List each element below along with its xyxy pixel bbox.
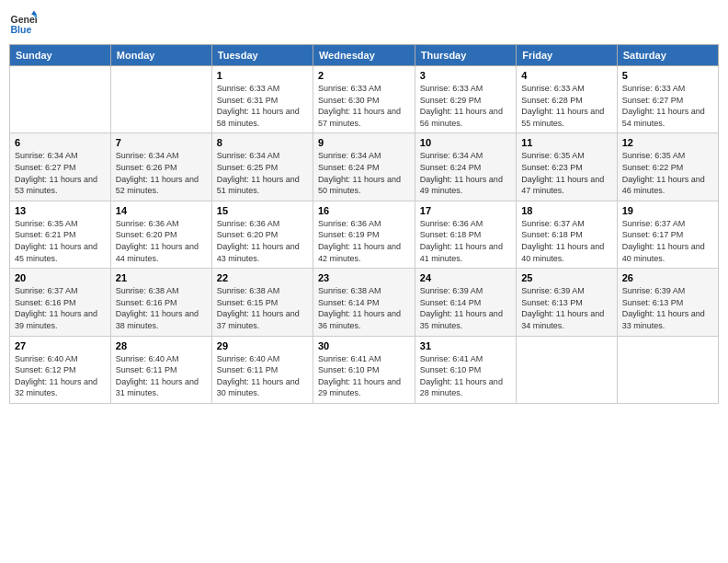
day-number: 16 [318, 205, 410, 216]
calendar-cell: 24 Sunrise: 6:39 AMSunset: 6:14 PMDaylig… [415, 269, 516, 336]
calendar-cell: 14 Sunrise: 6:36 AMSunset: 6:20 PMDaylig… [110, 201, 211, 268]
day-info: Sunrise: 6:39 AMSunset: 6:14 PMDaylight:… [420, 285, 511, 331]
day-number: 13 [15, 205, 106, 216]
day-info: Sunrise: 6:36 AMSunset: 6:18 PMDaylight:… [420, 218, 511, 264]
calendar-cell: 19 Sunrise: 6:37 AMSunset: 6:17 PMDaylig… [617, 201, 718, 268]
calendar-cell: 30 Sunrise: 6:41 AMSunset: 6:10 PMDaylig… [313, 336, 415, 403]
day-number: 30 [318, 340, 410, 351]
day-info: Sunrise: 6:41 AMSunset: 6:10 PMDaylight:… [318, 353, 410, 399]
day-info: Sunrise: 6:38 AMSunset: 6:14 PMDaylight:… [318, 285, 410, 331]
calendar-cell: 10 Sunrise: 6:34 AMSunset: 6:24 PMDaylig… [415, 133, 516, 201]
calendar-cell: 27 Sunrise: 6:40 AMSunset: 6:12 PMDaylig… [10, 336, 111, 403]
day-number: 20 [15, 272, 106, 283]
weekday-header-friday: Friday [517, 45, 618, 66]
calendar-cell: 16 Sunrise: 6:36 AMSunset: 6:19 PMDaylig… [313, 201, 415, 268]
day-number: 18 [521, 205, 612, 216]
calendar-cell [617, 336, 718, 403]
weekday-header-tuesday: Tuesday [211, 45, 313, 66]
day-number: 29 [217, 340, 308, 351]
day-number: 21 [116, 272, 207, 283]
day-number: 15 [217, 205, 308, 216]
day-info: Sunrise: 6:40 AMSunset: 6:11 PMDaylight:… [116, 353, 207, 399]
day-number: 31 [420, 340, 511, 351]
day-number: 5 [622, 70, 713, 81]
day-number: 6 [15, 137, 106, 148]
day-number: 17 [420, 205, 511, 216]
calendar-cell: 6 Sunrise: 6:34 AMSunset: 6:27 PMDayligh… [10, 133, 111, 201]
day-info: Sunrise: 6:34 AMSunset: 6:27 PMDaylight:… [15, 150, 106, 196]
calendar-week-1: 1 Sunrise: 6:33 AMSunset: 6:31 PMDayligh… [10, 66, 719, 133]
weekday-header-monday: Monday [110, 45, 211, 66]
calendar-cell: 9 Sunrise: 6:34 AMSunset: 6:24 PMDayligh… [313, 133, 415, 201]
day-number: 12 [622, 137, 713, 148]
day-number: 4 [521, 70, 612, 81]
day-number: 19 [622, 205, 713, 216]
day-info: Sunrise: 6:41 AMSunset: 6:10 PMDaylight:… [420, 353, 511, 399]
day-info: Sunrise: 6:36 AMSunset: 6:19 PMDaylight:… [318, 218, 410, 264]
calendar-cell [517, 336, 618, 403]
day-number: 28 [116, 340, 207, 351]
day-info: Sunrise: 6:33 AMSunset: 6:28 PMDaylight:… [521, 83, 612, 129]
day-info: Sunrise: 6:34 AMSunset: 6:26 PMDaylight:… [116, 150, 207, 196]
calendar-cell: 8 Sunrise: 6:34 AMSunset: 6:25 PMDayligh… [211, 133, 313, 201]
calendar-cell: 28 Sunrise: 6:40 AMSunset: 6:11 PMDaylig… [110, 336, 211, 403]
day-number: 7 [116, 137, 207, 148]
day-info: Sunrise: 6:34 AMSunset: 6:24 PMDaylight:… [420, 150, 511, 196]
calendar-cell: 23 Sunrise: 6:38 AMSunset: 6:14 PMDaylig… [313, 269, 415, 336]
day-info: Sunrise: 6:35 AMSunset: 6:22 PMDaylight:… [622, 150, 713, 196]
calendar-cell: 22 Sunrise: 6:38 AMSunset: 6:15 PMDaylig… [211, 269, 313, 336]
day-number: 2 [318, 70, 410, 81]
day-info: Sunrise: 6:37 AMSunset: 6:17 PMDaylight:… [622, 218, 713, 264]
weekday-header-thursday: Thursday [415, 45, 516, 66]
weekday-header-sunday: Sunday [10, 45, 111, 66]
logo: General Blue [9, 9, 37, 37]
day-info: Sunrise: 6:34 AMSunset: 6:24 PMDaylight:… [318, 150, 410, 196]
calendar-week-4: 20 Sunrise: 6:37 AMSunset: 6:16 PMDaylig… [10, 269, 719, 336]
calendar-cell: 26 Sunrise: 6:39 AMSunset: 6:13 PMDaylig… [617, 269, 718, 336]
weekday-header-wednesday: Wednesday [313, 45, 415, 66]
day-info: Sunrise: 6:40 AMSunset: 6:11 PMDaylight:… [217, 353, 308, 399]
day-number: 23 [318, 272, 410, 283]
calendar-cell: 18 Sunrise: 6:37 AMSunset: 6:18 PMDaylig… [517, 201, 618, 268]
calendar-cell [110, 66, 211, 133]
day-info: Sunrise: 6:37 AMSunset: 6:18 PMDaylight:… [521, 218, 612, 264]
day-number: 24 [420, 272, 511, 283]
calendar-cell: 15 Sunrise: 6:36 AMSunset: 6:20 PMDaylig… [211, 201, 313, 268]
day-info: Sunrise: 6:37 AMSunset: 6:16 PMDaylight:… [15, 285, 106, 331]
day-info: Sunrise: 6:39 AMSunset: 6:13 PMDaylight:… [521, 285, 612, 331]
calendar-cell: 5 Sunrise: 6:33 AMSunset: 6:27 PMDayligh… [617, 66, 718, 133]
day-info: Sunrise: 6:36 AMSunset: 6:20 PMDaylight:… [217, 218, 308, 264]
day-number: 26 [622, 272, 713, 283]
calendar-cell: 12 Sunrise: 6:35 AMSunset: 6:22 PMDaylig… [617, 133, 718, 201]
day-number: 3 [420, 70, 511, 81]
day-info: Sunrise: 6:38 AMSunset: 6:15 PMDaylight:… [217, 285, 308, 331]
day-info: Sunrise: 6:40 AMSunset: 6:12 PMDaylight:… [15, 353, 106, 399]
calendar-week-2: 6 Sunrise: 6:34 AMSunset: 6:27 PMDayligh… [10, 133, 719, 201]
calendar-week-5: 27 Sunrise: 6:40 AMSunset: 6:12 PMDaylig… [10, 336, 719, 403]
calendar-table: SundayMondayTuesdayWednesdayThursdayFrid… [9, 44, 719, 404]
calendar-cell: 1 Sunrise: 6:33 AMSunset: 6:31 PMDayligh… [211, 66, 313, 133]
day-number: 1 [217, 70, 308, 81]
day-number: 14 [116, 205, 207, 216]
calendar-cell: 11 Sunrise: 6:35 AMSunset: 6:23 PMDaylig… [517, 133, 618, 201]
svg-marker-2 [31, 11, 37, 16]
day-info: Sunrise: 6:39 AMSunset: 6:13 PMDaylight:… [622, 285, 713, 331]
day-number: 25 [521, 272, 612, 283]
calendar-cell: 2 Sunrise: 6:33 AMSunset: 6:30 PMDayligh… [313, 66, 415, 133]
day-info: Sunrise: 6:33 AMSunset: 6:27 PMDaylight:… [622, 83, 713, 129]
weekday-header-saturday: Saturday [617, 45, 718, 66]
calendar-cell [10, 66, 111, 133]
day-number: 10 [420, 137, 511, 148]
calendar-cell: 31 Sunrise: 6:41 AMSunset: 6:10 PMDaylig… [415, 336, 516, 403]
day-info: Sunrise: 6:34 AMSunset: 6:25 PMDaylight:… [217, 150, 308, 196]
calendar-cell: 21 Sunrise: 6:38 AMSunset: 6:16 PMDaylig… [110, 269, 211, 336]
page-header: General Blue [9, 9, 719, 37]
calendar-cell: 25 Sunrise: 6:39 AMSunset: 6:13 PMDaylig… [517, 269, 618, 336]
calendar-cell: 29 Sunrise: 6:40 AMSunset: 6:11 PMDaylig… [211, 336, 313, 403]
day-info: Sunrise: 6:35 AMSunset: 6:21 PMDaylight:… [15, 218, 106, 264]
calendar-cell: 20 Sunrise: 6:37 AMSunset: 6:16 PMDaylig… [10, 269, 111, 336]
day-number: 22 [217, 272, 308, 283]
day-info: Sunrise: 6:33 AMSunset: 6:30 PMDaylight:… [318, 83, 410, 129]
day-info: Sunrise: 6:33 AMSunset: 6:31 PMDaylight:… [217, 83, 308, 129]
svg-text:Blue: Blue [11, 24, 32, 35]
